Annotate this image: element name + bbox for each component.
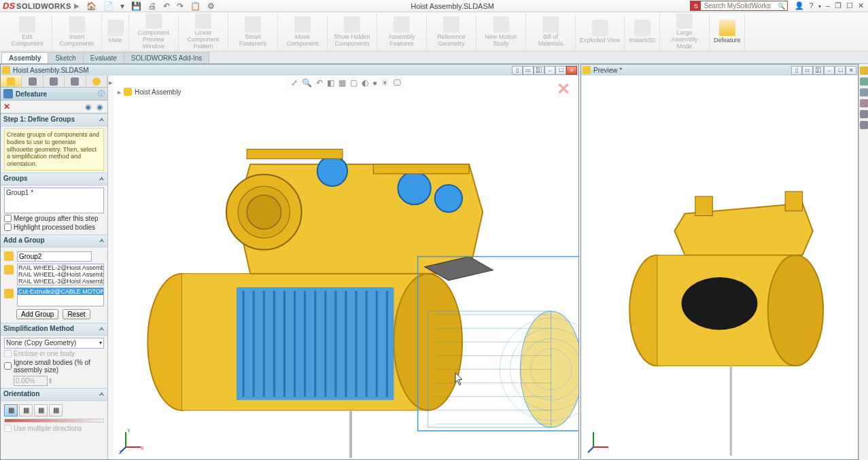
options-icon[interactable]: ⚙: [207, 1, 215, 11]
minimize-icon[interactable]: –: [824, 1, 831, 10]
preview-viewport[interactable]: [581, 75, 858, 459]
close-icon[interactable]: ✕: [856, 1, 865, 10]
orient-current-button[interactable]: ▦: [49, 404, 63, 417]
win-tile2-icon[interactable]: ▭: [802, 66, 813, 75]
win-tile1-icon[interactable]: ▯: [791, 66, 802, 75]
win-maximize-icon[interactable]: ☐: [835, 66, 846, 75]
pm-help-icon[interactable]: ⓘ: [98, 89, 105, 99]
features-selected-item[interactable]: Cut-Extrude2@CABLE MOTOR-1@: [18, 288, 103, 295]
group-name-input[interactable]: [17, 251, 92, 262]
graphics-viewport[interactable]: ⤢ 🔍 ↶ ◧ ▦ ▢ ◐ ● ☀ 🖵 ▸ Hoist Assembly ✕: [114, 75, 578, 459]
tab-assembly[interactable]: Assembly: [1, 52, 48, 63]
tab-evaluate[interactable]: Evaluate: [83, 52, 124, 63]
win-minimize-icon[interactable]: –: [824, 66, 835, 75]
save-icon[interactable]: ▾: [120, 1, 124, 11]
merge-checkbox-row[interactable]: Merge groups after this step: [4, 215, 104, 222]
pm-tab-feature[interactable]: [1, 75, 22, 87]
component-item[interactable]: RAIL WHEEL-2@Hoist Assemb: [18, 264, 103, 271]
win-close-icon[interactable]: ✕: [566, 66, 577, 75]
reset-button[interactable]: Reset: [63, 309, 90, 319]
orientation-header[interactable]: Orientationㅅ: [1, 388, 107, 401]
panel-splitter[interactable]: ▸: [108, 75, 114, 459]
appearances-icon[interactable]: [860, 110, 868, 118]
add-group-header[interactable]: Add a Groupㅅ: [1, 234, 107, 247]
appearance-icon[interactable]: ●: [372, 78, 377, 88]
section-icon[interactable]: ◧: [327, 78, 334, 88]
print-icon[interactable]: 🖨: [148, 1, 156, 11]
redo-icon[interactable]: ↷: [177, 1, 184, 11]
preview-triad[interactable]: [587, 427, 614, 454]
open-icon[interactable]: 📄: [103, 1, 114, 11]
view-triad[interactable]: Y X Z: [119, 427, 146, 454]
help-icon[interactable]: ?: [808, 1, 814, 10]
pm-next-icon[interactable]: ◉: [95, 103, 105, 111]
groups-header[interactable]: Groupsㅅ: [1, 173, 107, 185]
prev-view-icon[interactable]: ↶: [316, 78, 323, 88]
help-chevron-icon[interactable]: ▾: [817, 3, 822, 10]
simplification-dropdown[interactable]: None (Copy Geometry) ▾: [4, 338, 104, 349]
search-icon[interactable]: 🔍: [776, 3, 787, 10]
view-palette-icon[interactable]: [860, 99, 868, 107]
highlight-checkbox[interactable]: [4, 224, 12, 231]
win-minimize-icon[interactable]: –: [544, 66, 555, 75]
ribbon-defeature[interactable]: Defeature: [710, 14, 746, 50]
simplification-header[interactable]: Simplification Methodㅅ: [1, 323, 107, 336]
ignore-checkbox-row[interactable]: Ignore small bodies (% of assembly size): [4, 359, 104, 374]
orient-top-button[interactable]: ▦: [19, 404, 33, 417]
view-orient-icon[interactable]: ▦: [338, 78, 346, 88]
tab-solidworks-add-ins[interactable]: SOLIDWORKS Add-Ins: [124, 52, 209, 63]
zoom-fit-icon[interactable]: ⤢: [291, 78, 298, 88]
features-list[interactable]: Cut-Extrude2@CABLE MOTOR-1@: [17, 287, 104, 306]
component-item[interactable]: RAIL WHEEL-3@Hoist Assemb: [18, 278, 103, 285]
viewport-close-icon[interactable]: ✕: [557, 79, 570, 99]
highlight-checkbox-row[interactable]: Highlight processed bodies: [4, 224, 104, 231]
scene-icon[interactable]: ☀: [381, 78, 389, 88]
components-list[interactable]: RAIL WHEEL-2@Hoist AssembRAIL WHEEL-4@Ho…: [17, 264, 104, 285]
new-icon[interactable]: 🏠: [86, 1, 97, 11]
resources-icon[interactable]: [860, 67, 868, 75]
pm-tab-dimxpert[interactable]: [65, 75, 86, 87]
pm-tab-property[interactable]: [22, 75, 43, 87]
zoom-area-icon[interactable]: 🔍: [302, 78, 312, 88]
win-tile2-icon[interactable]: ▭: [523, 66, 534, 75]
pm-prev-icon[interactable]: ◉: [84, 103, 93, 111]
win-tile3-icon[interactable]: ⿲: [534, 66, 544, 75]
breadcrumb-expand-icon[interactable]: ▸: [118, 88, 121, 96]
enclose-checkbox-row[interactable]: Enclose in one body: [4, 350, 104, 357]
pm-tab-display[interactable]: [86, 75, 107, 87]
custom-props-icon[interactable]: [860, 121, 868, 129]
undo-icon[interactable]: ↶: [163, 1, 170, 11]
user-icon[interactable]: 👤: [793, 1, 805, 10]
add-group-button[interactable]: Add Group: [16, 309, 58, 319]
display-style-icon[interactable]: ▢: [350, 78, 358, 88]
win-close-icon[interactable]: ✕: [846, 66, 856, 75]
search-input[interactable]: [701, 1, 776, 10]
step-header[interactable]: Step 1: Define Groupsㅅ: [1, 113, 107, 126]
save-all-icon[interactable]: 💾: [131, 1, 141, 11]
groups-item[interactable]: Group1 *: [5, 189, 103, 196]
file-explorer-icon[interactable]: [860, 88, 868, 96]
win-tile3-icon[interactable]: ⿲: [813, 66, 824, 75]
hide-show-icon[interactable]: ◐: [362, 78, 368, 88]
design-library-icon[interactable]: [860, 77, 868, 86]
tab-sketch[interactable]: Sketch: [48, 52, 84, 63]
component-item[interactable]: RAIL WHEEL-4@Hoist Assemb: [18, 271, 103, 278]
rebuild-icon[interactable]: 📋: [190, 1, 201, 11]
search-box[interactable]: S 🔍: [690, 1, 788, 11]
orient-front-button[interactable]: ▦: [4, 404, 18, 417]
view-settings-icon[interactable]: 🖵: [393, 78, 401, 88]
multi-dir-checkbox-row[interactable]: Use multiple directions: [4, 425, 104, 432]
groups-listbox[interactable]: Group1 *: [4, 188, 104, 213]
win-tile1-icon[interactable]: ▯: [512, 66, 523, 75]
orientation-slider[interactable]: [4, 419, 104, 423]
pm-cancel-icon[interactable]: ✕: [3, 102, 10, 111]
logo-chevron-icon[interactable]: ▶: [74, 2, 80, 10]
pm-tab-config[interactable]: [44, 75, 65, 87]
breadcrumb[interactable]: ▸ Hoist Assembly: [118, 88, 181, 96]
maximize-icon[interactable]: ☐: [845, 1, 854, 10]
win-maximize-icon[interactable]: ☐: [555, 66, 566, 75]
orient-right-button[interactable]: ▦: [34, 404, 48, 417]
ignore-checkbox[interactable]: [4, 362, 12, 370]
restore-icon[interactable]: ❐: [833, 1, 843, 10]
merge-checkbox[interactable]: [4, 215, 12, 222]
